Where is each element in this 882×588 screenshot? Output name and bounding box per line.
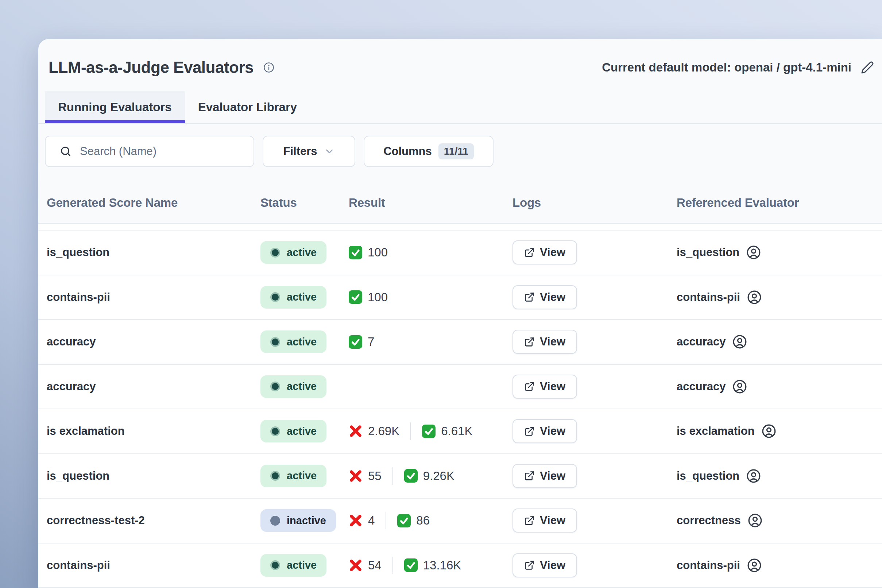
fail-group: 55 bbox=[349, 469, 381, 483]
info-icon[interactable] bbox=[263, 62, 274, 74]
referenced-evaluator-cell: is exclamation bbox=[676, 423, 882, 439]
view-logs-button[interactable]: View bbox=[513, 375, 577, 399]
generated-score-name: correctness-test-2 bbox=[38, 514, 261, 527]
view-logs-button[interactable]: View bbox=[513, 240, 577, 264]
view-label: View bbox=[540, 380, 566, 393]
status-dot-icon bbox=[270, 337, 280, 347]
pass-group: 9.26K bbox=[404, 469, 454, 483]
panel-header: LLM-as-a-Judge Evaluators Current defaul… bbox=[38, 55, 882, 80]
referenced-evaluator-name: is exclamation bbox=[676, 424, 755, 438]
status-badge: active bbox=[261, 375, 327, 398]
edit-model-pencil-icon[interactable] bbox=[861, 61, 874, 74]
pass-group: 100 bbox=[349, 246, 388, 260]
view-label: View bbox=[540, 335, 566, 348]
generated-score-name: accuracy bbox=[38, 380, 261, 393]
status-label: active bbox=[287, 247, 316, 259]
status-label: inactive bbox=[287, 514, 326, 527]
referenced-evaluator-name: is_question bbox=[676, 470, 740, 483]
view-logs-button[interactable]: View bbox=[513, 419, 577, 443]
filters-button[interactable]: Filters bbox=[262, 136, 355, 167]
referenced-evaluator-name: is_question bbox=[676, 246, 740, 259]
tab-evaluator-library[interactable]: Evaluator Library bbox=[185, 91, 310, 123]
pass-group: 100 bbox=[349, 290, 388, 304]
status-dot-icon bbox=[270, 292, 280, 302]
table-row: is_question active 100 bbox=[38, 231, 882, 275]
search-box bbox=[45, 136, 254, 167]
status-dot-icon bbox=[270, 426, 280, 436]
status-dot-icon bbox=[270, 248, 280, 258]
result-divider bbox=[393, 467, 393, 485]
referenced-evaluator-name: accuracy bbox=[676, 380, 726, 393]
generated-score-name: is_question bbox=[38, 246, 261, 259]
view-label: View bbox=[540, 514, 566, 527]
result-divider bbox=[386, 512, 386, 529]
view-logs-button[interactable]: View bbox=[513, 554, 577, 578]
user-circle-icon bbox=[747, 513, 763, 528]
pass-count: 100 bbox=[368, 290, 388, 304]
pass-count: 100 bbox=[368, 246, 388, 260]
columns-count-badge: 11/11 bbox=[438, 143, 474, 159]
column-header-result: Result bbox=[349, 196, 513, 210]
external-link-icon bbox=[524, 471, 535, 481]
view-logs-button[interactable]: View bbox=[513, 330, 577, 354]
view-logs-button[interactable]: View bbox=[513, 464, 577, 488]
page-title: LLM-as-a-Judge Evaluators bbox=[48, 58, 254, 76]
user-circle-icon bbox=[747, 558, 762, 573]
result-cell: 4 86 bbox=[349, 512, 513, 529]
pass-group: 86 bbox=[397, 514, 430, 528]
view-logs-button[interactable]: View bbox=[513, 285, 577, 309]
column-header-status: Status bbox=[261, 196, 349, 210]
result-cell: 7 bbox=[349, 335, 513, 349]
external-link-icon bbox=[524, 560, 535, 570]
fail-count: 55 bbox=[368, 469, 381, 483]
pass-group: 7 bbox=[349, 335, 374, 349]
status-label: active bbox=[287, 425, 316, 437]
referenced-evaluator-name: accuracy bbox=[676, 335, 726, 348]
status-label: active bbox=[287, 470, 316, 482]
default-model-label: Current default model: openai / gpt-4.1-… bbox=[602, 60, 851, 74]
table-row: contains-pii active 100 bbox=[38, 275, 882, 320]
pass-count: 7 bbox=[368, 335, 374, 349]
pass-check-icon bbox=[349, 246, 362, 260]
column-header-referenced-evaluator: Referenced Evaluator bbox=[676, 196, 882, 210]
user-circle-icon bbox=[732, 379, 747, 394]
result-divider bbox=[410, 422, 411, 440]
external-link-icon bbox=[524, 247, 535, 258]
external-link-icon bbox=[524, 515, 535, 526]
view-label: View bbox=[540, 424, 566, 438]
status-dot-icon bbox=[270, 381, 280, 392]
tab-bar: Running Evaluators Evaluator Library bbox=[38, 91, 882, 123]
table-row: is_question active 55 bbox=[38, 454, 882, 499]
referenced-evaluator-name: contains-pii bbox=[676, 291, 740, 304]
table-row: is exclamation active 2.69K bbox=[38, 409, 882, 454]
tabs-divider bbox=[38, 123, 882, 124]
user-circle-icon bbox=[747, 290, 762, 305]
tab-running-evaluators[interactable]: Running Evaluators bbox=[45, 91, 185, 123]
status-badge: active bbox=[261, 465, 327, 488]
fail-cross-icon bbox=[349, 558, 363, 572]
pass-count: 6.61K bbox=[441, 424, 472, 438]
result-cell: 2.69K 6.61K bbox=[349, 422, 513, 440]
referenced-evaluator-cell: is_question bbox=[676, 468, 882, 484]
fail-count: 54 bbox=[368, 558, 381, 572]
column-header-generated-score-name: Generated Score Name bbox=[38, 196, 261, 210]
view-logs-button[interactable]: View bbox=[513, 508, 577, 532]
result-cell: 55 9.26K bbox=[349, 467, 513, 485]
search-input[interactable] bbox=[80, 145, 240, 158]
fail-group: 2.69K bbox=[349, 424, 399, 438]
referenced-evaluator-cell: accuracy bbox=[676, 379, 882, 394]
external-link-icon bbox=[524, 292, 535, 302]
view-label: View bbox=[540, 246, 566, 259]
fail-cross-icon bbox=[349, 469, 363, 483]
status-badge: active bbox=[261, 286, 327, 309]
columns-button[interactable]: Columns 11/11 bbox=[364, 136, 494, 167]
status-badge: inactive bbox=[261, 509, 336, 532]
filters-label: Filters bbox=[283, 145, 317, 158]
evaluators-panel: LLM-as-a-Judge Evaluators Current defaul… bbox=[38, 39, 882, 588]
fail-count: 4 bbox=[368, 514, 375, 528]
pass-count: 86 bbox=[416, 514, 430, 528]
pass-check-icon bbox=[349, 335, 362, 349]
external-link-icon bbox=[524, 381, 535, 392]
pass-check-icon bbox=[397, 514, 411, 528]
status-badge: active bbox=[261, 420, 327, 442]
